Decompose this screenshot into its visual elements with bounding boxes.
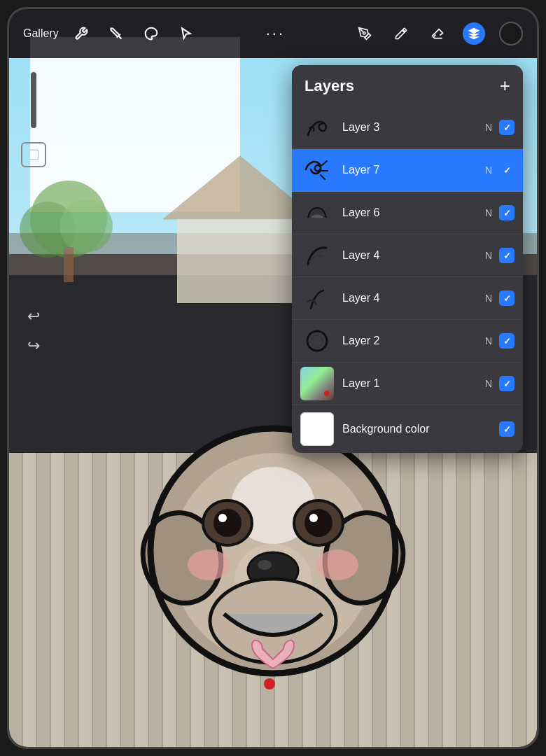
eraser-tool-icon[interactable]: [426, 22, 449, 45]
gallery-button[interactable]: Gallery: [23, 27, 59, 40]
layer-name-layer6: Layer 6: [342, 206, 485, 219]
layer-mode-layer6: N: [485, 207, 492, 218]
more-options-button[interactable]: ···: [266, 24, 285, 43]
transform-icon[interactable]: [105, 22, 127, 45]
layer-mode-layer3: N: [485, 122, 492, 133]
layer-mode-layer7: N: [485, 164, 492, 176]
top-bar-center: ···: [197, 24, 354, 43]
svg-point-32: [307, 331, 327, 351]
svg-point-19: [316, 550, 358, 580]
svg-line-28: [120, 38, 122, 39]
left-sidebar: ↩ ↪: [9, 58, 58, 747]
layers-tool-icon[interactable]: [463, 22, 485, 45]
layer-name-layer2: Layer 2: [342, 335, 485, 347]
layer-name-layer7: Layer 7: [342, 164, 485, 176]
layer-name-layer4b: Layer 4: [342, 292, 485, 304]
layer-name-layer4a: Layer 4: [342, 249, 485, 262]
layer-visibility-layer4a[interactable]: [499, 248, 514, 263]
add-layer-button[interactable]: +: [500, 75, 510, 97]
layer-thumbnail-layer3: [300, 111, 334, 144]
layers-header: Layers +: [292, 65, 523, 106]
layer-row-layer7[interactable]: Layer 7N: [292, 149, 523, 192]
layer-row-layer6[interactable]: Layer 6N: [292, 192, 523, 234]
top-bar-right-tools: [354, 22, 523, 46]
layers-title: Layers: [304, 77, 354, 95]
layer-list: Layer 3NLayer 7NLayer 6NLayer 4NLayer 4N…: [292, 106, 523, 405]
svg-point-33: [312, 335, 323, 346]
svg-rect-6: [64, 247, 74, 282]
layer-visibility-layer3[interactable]: [499, 120, 514, 135]
background-color-swatch: [300, 412, 334, 446]
svg-point-25: [264, 678, 275, 690]
layer-row-layer3[interactable]: Layer 3N: [292, 106, 523, 149]
layer-visibility-layer1[interactable]: [499, 376, 514, 391]
svg-point-18: [188, 550, 230, 580]
svg-point-17: [309, 514, 318, 522]
selection-icon[interactable]: [175, 22, 197, 45]
layer-thumbnail-layer7: [300, 153, 334, 187]
layer-row-layer1[interactable]: Layer 1N: [292, 363, 523, 405]
svg-point-16: [304, 509, 332, 537]
layer-thumbnail-layer4b: [300, 281, 334, 315]
redo-button[interactable]: ↪: [27, 337, 40, 355]
settings-icon[interactable]: [70, 22, 92, 45]
layer-name-layer1: Layer 1: [342, 377, 485, 390]
layer-thumbnail-layer1: [300, 367, 334, 400]
layer-visibility-layer2[interactable]: [499, 333, 514, 349]
layer-visibility-layer6[interactable]: [499, 205, 514, 220]
layer-mode-layer4b: N: [485, 293, 492, 304]
top-bar: Gallery: [9, 9, 537, 58]
svg-point-29: [363, 32, 365, 34]
layer-thumbnail-layer4a: [300, 239, 334, 272]
svg-point-14: [218, 514, 227, 522]
layer-thumbnail-layer6: [300, 196, 334, 230]
background-visibility-checkbox[interactable]: [499, 421, 514, 437]
smudge-icon[interactable]: [140, 22, 162, 45]
svg-line-30: [434, 35, 436, 37]
color-picker-icon[interactable]: [499, 22, 523, 46]
background-color-row[interactable]: Background color: [292, 405, 523, 453]
layers-panel: Layers + Layer 3NLayer 7NLayer 6NLayer 4…: [292, 65, 523, 453]
layer-row-layer2[interactable]: Layer 2N: [292, 320, 523, 363]
layer-mode-layer4a: N: [485, 250, 492, 261]
svg-point-5: [59, 200, 113, 253]
layer-row-layer4b[interactable]: Layer 4N: [292, 277, 523, 320]
ipad-frame: Gallery: [7, 7, 539, 749]
svg-point-22: [258, 560, 272, 570]
brush-tool-icon[interactable]: [390, 22, 412, 45]
background-color-label: Background color: [342, 423, 499, 435]
layer-thumbnail-layer2: [300, 324, 334, 358]
svg-rect-31: [29, 150, 38, 160]
brush-size-slider[interactable]: [31, 72, 36, 128]
layer-mode-layer2: N: [485, 335, 492, 346]
layer-visibility-layer4b[interactable]: [499, 290, 514, 306]
layer-row-layer4a[interactable]: Layer 4N: [292, 234, 523, 277]
svg-rect-1: [177, 219, 303, 303]
top-bar-left-tools: [70, 22, 197, 45]
layer-visibility-layer7[interactable]: [499, 162, 514, 178]
selection-box-icon[interactable]: [21, 142, 46, 167]
pen-tool-icon[interactable]: [354, 22, 376, 45]
layer-mode-layer1: N: [485, 378, 492, 389]
undo-button[interactable]: ↩: [27, 307, 40, 326]
svg-point-13: [214, 509, 241, 537]
layer-name-layer3: Layer 3: [342, 121, 485, 134]
